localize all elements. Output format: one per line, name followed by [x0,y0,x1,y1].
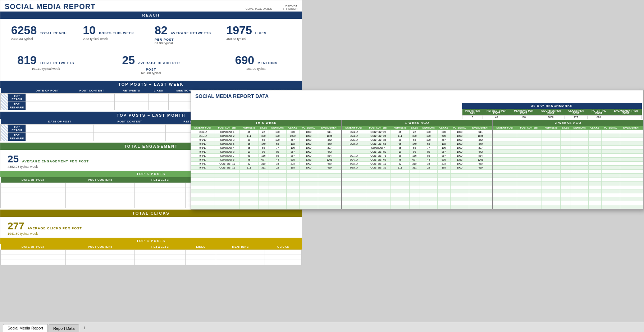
table-row: 9/1/17CONTENT 388661004671000442 [191,138,341,142]
table-row: 8/23/17CONTENT 2611130010060010001026 [342,134,492,138]
col-post-content: POST CONTENT [69,88,115,94]
mentions-label: MENTIONS [257,61,278,65]
tab-social-media-report[interactable]: Social Media Report [3,324,48,332]
top3-header: TOP 3 POSTS [0,238,302,244]
avg-retweets-typical: 81.90 typical [155,41,219,45]
table-row [342,170,492,174]
data-sheet-title: SOCIAL MEDIA REPORT DATA [191,90,643,102]
report-label: REPORT [246,4,297,7]
stat-likes: 1975 LIKES 460.83 typical [223,22,295,47]
table-row: 9/5/17CONTENT 1122215332151000485 [191,162,341,166]
page-title: SOCIAL MEDIA REPORT [5,3,95,11]
avg-reach-label: AVERAGE REACH PER POST [138,61,180,71]
table-row [342,185,492,189]
coverage-label: COVERAGE DATES [246,7,272,10]
table-row [493,158,643,162]
table-row [342,181,492,185]
table-row: CONTENT 45555771001000337 [342,146,492,150]
stat-avg-retweets: 82 AVERAGE RETWEETS PER POST 81.90 typic… [151,22,223,47]
table-row [493,193,643,197]
table-row: 9/4/17CONTENT 81090803571000442 [191,150,341,154]
total-retweets-typical: 191.10 typical week [11,67,81,71]
table-row [493,178,643,181]
table-row: 8/26/17CONTENT 3688661004671000442 [342,138,492,142]
avg-engagement-number: 25 [8,153,19,165]
top-posts-week-header: TOP POSTS – LAST WEEK [0,81,302,88]
table-row [493,146,643,150]
table-row [191,189,341,193]
total-retweets-label: TOTAL RETWEETS [40,61,74,65]
table-row [493,150,643,154]
table-row: 8/24/17CONTENT 62466774450513831206 [342,158,492,162]
likes-number: 1975 [227,24,252,37]
table-row [342,189,492,193]
one-week-ago-header: 1 WEEK AGO [342,120,492,126]
reach-stats-row1: 6258 TOTAL REACH 2333.33 typical 10 POST… [0,19,302,50]
table-row: 8/27/17CONTENT 7388156553571000554 [342,154,492,158]
table-row [493,181,643,185]
total-retweets-number: 819 [17,54,36,67]
two-weeks-ago-col: 2 WEEKS AGO DATE OF POSTPOST CONTENTRETW… [493,120,643,209]
posts-week-typical: 2.33 typical week [83,37,148,41]
table-row [493,142,643,146]
total-reach-number: 6258 [11,24,37,37]
table-row [1,260,302,265]
add-tab-button[interactable]: + [80,323,88,332]
table-row: 9/3/17CONTENT 45555771001000337 [191,146,341,150]
table-row: 9/4/17CONTENT 6466774450513831206 [191,158,341,162]
data-sheet: SOCIAL MEDIA REPORT DATA 30 DAY BENCHMAR… [191,90,644,210]
table-row [191,174,341,178]
table-row [493,162,643,166]
reach-stats-row2: 819 TOTAL RETWEETS 191.10 typical week 2… [0,50,302,81]
table-row: 8/30/17CONTENT 186221003001000511 [191,130,341,134]
table-row [342,174,492,178]
table-row [191,205,341,209]
one-week-ago-table: DATE OF POSTPOST CONTENTRETWEETSLIKESMEN… [342,126,492,209]
table-row [191,178,341,181]
stat-total-reach: 6258 TOTAL REACH 2333.33 typical [8,22,79,47]
stat-total-retweets: 819 TOTAL RETWEETS 191.10 typical week [8,51,84,77]
avg-retweets-number: 82 [155,24,168,37]
table-row [1,255,302,260]
this-week-header: THIS WEEK [191,120,341,126]
two-weeks-ago-header: 2 WEEKS AGO [493,120,643,126]
table-row [191,181,341,185]
table-row [493,134,643,138]
benchmarks-table: POSTS PER DAY RETWEETS PER POST MENTIONS… [462,109,642,119]
table-row [493,189,643,193]
likes-label: LIKES [255,31,267,35]
table-row: 8/30/17CONTENT 36111311221651000499 [342,166,492,170]
stat-mentions: 690 MENTIONS 161.00 typical [218,51,294,77]
table-row [493,170,643,174]
week-sections: THIS WEEK DATE OF POSTPOST CONTENTRETWEE… [191,120,643,209]
table-row [1,250,302,255]
col-date-post-m: DATE OF POST [26,119,94,125]
table-row [191,170,341,174]
benchmarks-header: 30 DAY BENCHMARKS [462,103,642,109]
clicks-section-header: TOTAL CLICKS [0,210,302,217]
table-row [342,197,492,201]
table-row: 9/2/17CONTENT 536140551021000440 [191,142,341,146]
table-row: 8/23/17CONTENT 2286221003001000511 [342,130,492,134]
table-row [493,130,643,134]
table-row [342,201,492,205]
table-row [493,174,643,178]
avg-engagement-label: AVERAGE ENGAGEMENT PER POST [22,160,89,163]
benchmarks-row: 3401881000277826 [462,116,642,119]
total-reach-label: TOTAL REACH [40,31,67,35]
top3-table: DATE OF POSTPOST CONTENTRETWEETSLIKESMEN… [0,244,302,265]
table-row [191,201,341,205]
tab-report-data[interactable]: Report Data [49,324,79,332]
reach-section-header: REACH [0,12,302,19]
stat-avg-reach: 25 AVERAGE REACH PER POST 625.80 typical [113,51,189,77]
table-row: 8/31/17CONTENT 2111300100100010001026 [191,134,341,138]
col-post-content-m: POST CONTENT [94,119,166,125]
table-row [342,178,492,181]
table-row: 9/5/17CONTENT 16111311221651000499 [191,166,341,170]
col-likes: LIKES [148,88,168,94]
likes-typical: 460.83 typical [227,37,291,41]
col-retweets: RETWEETS [115,88,149,94]
tabs-bar: Social Media Report Report Data + [0,322,644,332]
table-row: CONTENT 801090803571000442 [342,150,492,154]
table-row [342,205,492,209]
